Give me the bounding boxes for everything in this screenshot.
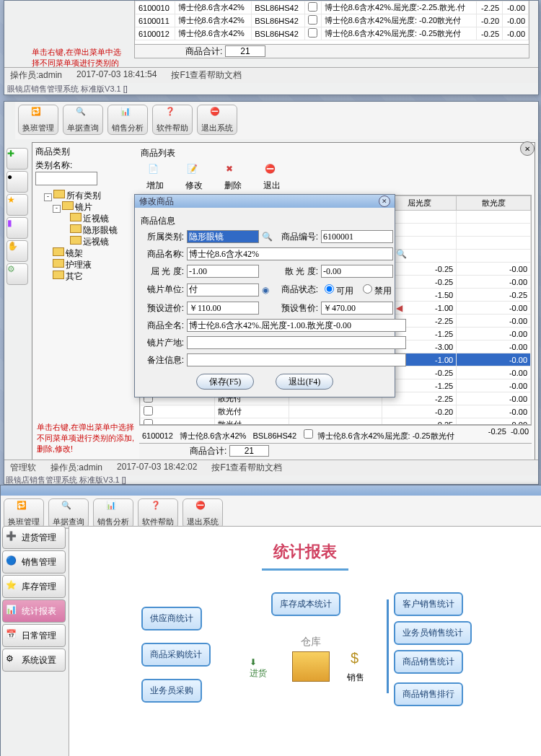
edit-button[interactable]: 📝修改 <box>185 164 203 192</box>
middle-window: 🔁换班管理🔍单据查询📊销售分析❓软件帮助⛔退出系统 ✚ ● ★ ▮ ✋ ⚙ 👓 … <box>4 101 539 485</box>
origin-field[interactable] <box>187 336 406 349</box>
side-hand-icon[interactable]: ✋ <box>6 240 28 262</box>
bottom-window: 🔁换班管理🔍单据查询📊销售分析❓软件帮助⛔退出系统 ➕进货管理🔵销售管理⭐库存管… <box>0 485 541 756</box>
qgd-field[interactable] <box>187 265 259 278</box>
customer-sales-button[interactable]: 客户销售统计 <box>394 592 463 616</box>
top-window: 6100010博士伦8.6含水42%BSL86HS42博士伦8.6含水42%.屈… <box>4 0 539 95</box>
supplier-stats-button[interactable]: 供应商统计 <box>141 607 202 630</box>
search-icon[interactable]: 🔍 <box>262 232 272 242</box>
product-sales-button[interactable]: 商品销售统计 <box>394 650 463 674</box>
dialog-section: 商品信息 <box>141 215 389 227</box>
delete-button[interactable]: ✖删除 <box>224 164 242 192</box>
status-help: 按F1查看帮助文档 <box>171 69 242 82</box>
dialog-titlebar: 修改商品 ✕ <box>135 195 395 208</box>
total-row: 商品合计: 21 <box>134 44 529 58</box>
sidebar-item-进货管理[interactable]: ➕进货管理 <box>2 526 66 549</box>
sidebar-item-日常管理[interactable]: 📅日常管理 <box>2 624 66 647</box>
status-bar: 操作员:admin 2017-07-03 18:41:54 按F1查看帮助文档 <box>4 67 538 83</box>
sidebar-item-库存管理[interactable]: ⭐库存管理 <box>2 575 66 598</box>
category-name-input[interactable] <box>35 172 97 185</box>
purchase-stats-button[interactable]: 商品采购统计 <box>141 643 211 667</box>
status-disabled-radio[interactable]: 禁用 <box>359 282 392 297</box>
side-ball-icon[interactable]: ● <box>6 171 28 193</box>
sidebar-item-统计报表[interactable]: 📊统计报表 <box>2 599 66 623</box>
unit-field[interactable] <box>187 284 259 296</box>
list-total-row: 商品合计: 21 <box>139 443 532 459</box>
cost-stats-button[interactable]: 库存成本统计 <box>271 592 340 616</box>
code-field[interactable] <box>321 230 393 243</box>
remark-field[interactable] <box>187 353 406 366</box>
buyer-stats-button[interactable]: 业务员采购 <box>141 679 202 703</box>
dialog-exit-button[interactable]: 退出(F4) <box>276 374 333 390</box>
app-title: 眼镜店销售管理系统 标准版V3.1 [] <box>7 84 128 94</box>
edit-product-dialog: 修改商品 ✕ 商品信息 所属类别: 🔍 商品编号: 商品名称: 🔍 屈 光 度:… <box>134 194 395 397</box>
dropdown-icon[interactable]: ◉ <box>262 285 272 295</box>
product-grid-top: 6100010博士伦8.6含水42%BSL86HS42博士伦8.6含水42%.屈… <box>135 1 529 40</box>
in-price-field[interactable] <box>187 302 259 315</box>
arrow-left-icon[interactable]: ◀ <box>396 303 406 313</box>
add-button[interactable]: 📄增加 <box>146 164 164 192</box>
report-title: 统计报表 <box>69 541 541 563</box>
table-row[interactable]: 6100011博士伦8.6含水42%BSL86HS42博士伦8.6含水42%屈光… <box>136 14 529 27</box>
tree-hint: 单击右键,在弹出菜单中选择不同菜单项进行类别的添加,删除,修改! <box>35 419 136 457</box>
name-field[interactable] <box>187 247 393 260</box>
category-section-title: 商品类别 <box>35 146 136 158</box>
total-label: 商品合计: <box>185 45 222 58</box>
toolbar-软件帮助[interactable]: ❓软件帮助 <box>138 498 178 529</box>
side-strip: ✚ ● ★ ▮ ✋ ⚙ 👓 <box>4 105 30 462</box>
toolbar-销售分析[interactable]: 📊销售分析 <box>107 105 148 135</box>
table-row[interactable]: 6100010博士伦8.6含水42%BSL86HS42博士伦8.6含水42%.屈… <box>136 1 529 14</box>
toolbar-单据查询[interactable]: 🔍单据查询 <box>48 498 89 529</box>
toolbar-退出系统[interactable]: ⛔退出系统 <box>197 105 237 135</box>
status-enabled-radio[interactable]: 可用 <box>321 282 353 297</box>
dialog-close-icon[interactable]: ✕ <box>379 195 390 207</box>
toolbar-换班管理[interactable]: 🔁换班管理 <box>4 498 44 529</box>
category-tree[interactable]: -所有类别 -镜片 近视镜 隐形眼镜 远视镜 镜架 护理液 其它 <box>35 190 136 282</box>
sales-rank-button[interactable]: 商品销售排行 <box>394 682 463 706</box>
search-icon[interactable]: 🔍 <box>396 249 406 259</box>
category-name-label: 类别名称: <box>35 160 72 170</box>
fullname-field[interactable] <box>187 319 406 332</box>
table-row[interactable]: 散光付-0.25-0.00 <box>141 418 531 426</box>
toolbar-软件帮助[interactable]: ❓软件帮助 <box>152 105 193 135</box>
side-add-icon[interactable]: ✚ <box>6 148 28 170</box>
toolbar-单据查询[interactable]: 🔍单据查询 <box>63 105 103 135</box>
status-time: 2017-07-03 18:41:54 <box>76 69 157 82</box>
list-section-title: 商品列表 <box>139 146 532 161</box>
total-value: 21 <box>225 45 265 57</box>
toolbar-退出系统[interactable]: ⛔退出系统 <box>182 498 223 529</box>
out-price-field[interactable] <box>321 302 393 315</box>
save-button[interactable]: 保存(F5) <box>196 374 254 390</box>
sidebar-item-系统设置[interactable]: ⚙系统设置 <box>2 649 66 672</box>
sidebar-item-销售管理[interactable]: 🔵销售管理 <box>2 550 66 573</box>
table-row[interactable]: 散光付-0.20-0.00 <box>141 405 531 418</box>
side-star-icon[interactable]: ★ <box>6 194 28 216</box>
staff-sales-button[interactable]: 业务员销售统计 <box>394 621 472 645</box>
category-field[interactable] <box>187 230 259 243</box>
toolbar-销售分析[interactable]: 📊销售分析 <box>93 498 133 529</box>
sgd-field[interactable] <box>321 265 393 278</box>
side-gear-icon[interactable]: ⚙ <box>6 263 28 285</box>
report-flow-diagram: 供应商统计 商品采购统计 业务员采购 库存成本统计 仓库 ⬇进货 $ 销售 客户… <box>69 592 541 751</box>
warehouse-icon <box>292 651 330 682</box>
table-row[interactable]: 6100012博士伦8.6含水42%BSL86HS42博士伦8.6含水42%屈光… <box>136 27 529 40</box>
side-chart-icon[interactable]: ▮ <box>6 217 28 239</box>
exit-button[interactable]: ⛔退出 <box>263 164 281 192</box>
